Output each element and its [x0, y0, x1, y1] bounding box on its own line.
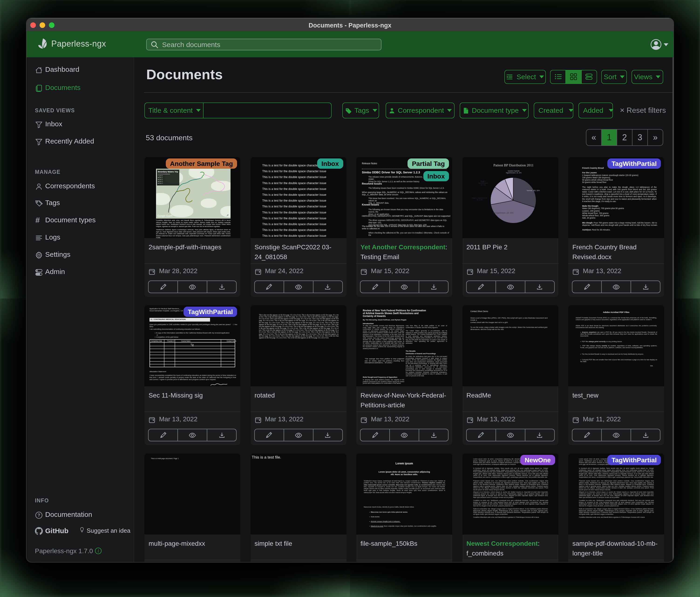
svg-text:?: ?	[38, 512, 40, 517]
svg-text:i: i	[98, 548, 99, 553]
